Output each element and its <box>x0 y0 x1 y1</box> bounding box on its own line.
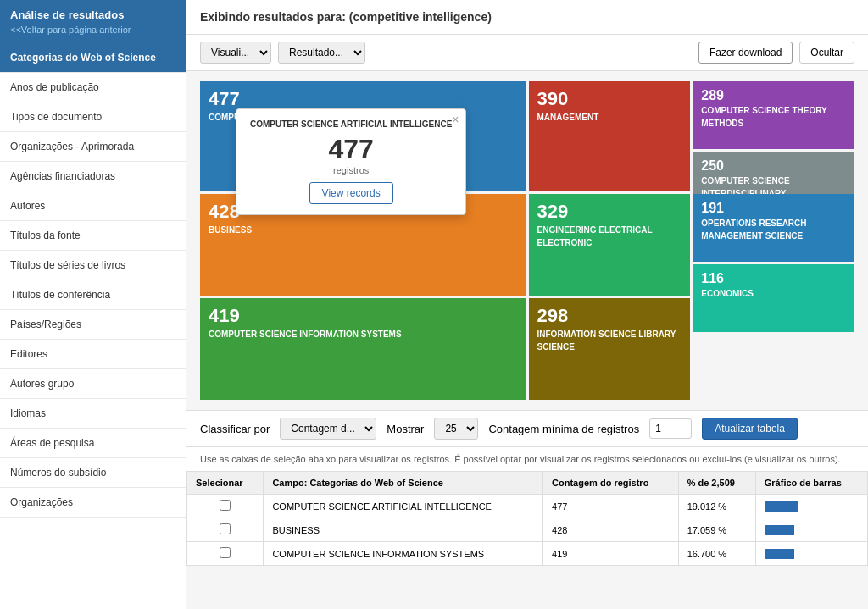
treemap-cell-mgmt[interactable]: 390 MANAGEMENT <box>529 81 691 191</box>
sidebar-title: Análise de resultados <box>10 8 175 21</box>
cs-is-label: COMPUTER SCIENCE INFORMATION SYSTEMS <box>209 329 402 339</box>
row-count: 428 <box>543 518 679 542</box>
update-table-button[interactable]: Atualizar tabela <box>702 418 798 440</box>
col-bar: Gráfico de barras <box>755 472 867 495</box>
eng-ee-label: ENGINEERING ELECTRICAL ELECTRONIC <box>537 225 653 247</box>
sidebar-item-source-titles[interactable]: Títulos da fonte <box>0 221 186 251</box>
sidebar-item-countries-regions[interactable]: Países/Regiões <box>0 310 186 340</box>
eng-ee-count: 329 <box>537 201 682 223</box>
sidebar-item-document-types[interactable]: Tipos de documento <box>0 102 186 132</box>
cs-is-count: 419 <box>209 305 518 327</box>
sidebar-item-group-authors[interactable]: Autores grupo <box>0 369 186 399</box>
econ-count: 116 <box>701 271 846 286</box>
cs-tm-count: 289 <box>701 88 846 103</box>
col-select: Selecionar <box>187 472 264 495</box>
ops-label: OPERATIONS RESEARCH MANAGEMENT SCIENCE <box>701 219 806 241</box>
row-percent: 19.012 % <box>678 495 755 518</box>
mgmt-label: MANAGEMENT <box>537 113 599 122</box>
table-row: COMPUTER SCIENCE ARTIFICIAL INTELLIGENCE… <box>187 495 868 518</box>
treemap: 477 COMPUTER SCIENCE ARTIFICIAL INTELLIG… <box>200 81 854 400</box>
row-bar-cell <box>755 495 867 518</box>
hide-button[interactable]: Ocultar <box>799 42 854 64</box>
treemap-cell-ops[interactable]: 191 OPERATIONS RESEARCH MANAGEMENT SCIEN… <box>693 194 854 262</box>
sidebar-item-web-science-categories[interactable]: Categorias do Web of Science <box>0 43 186 73</box>
row-checkbox[interactable] <box>220 547 231 558</box>
main-title: Exibindo resultados para: (competitive i… <box>186 0 868 35</box>
business-label: BUSINESS <box>209 225 252 235</box>
treemap-cell-business[interactable]: 428 BUSINESS <box>200 194 526 296</box>
info-sci-count: 298 <box>537 305 682 327</box>
sidebar-item-publishers[interactable]: Editores <box>0 340 186 369</box>
row-count: 477 <box>543 495 679 518</box>
bar-chart-cell <box>765 501 859 512</box>
treemap-cell-eng-ee[interactable]: 329 ENGINEERING ELECTRICAL ELECTRONIC <box>529 194 691 296</box>
row-bar-cell <box>755 518 867 542</box>
treemap-cell-group-right1: 289 COMPUTER SCIENCE THEORY METHODS 250 … <box>693 81 854 191</box>
row-label: COMPUTER SCIENCE ARTIFICIAL INTELLIGENCE <box>264 495 543 518</box>
bar-rect <box>765 525 795 535</box>
cs-ai-label: COMPUTER SCIENCE ARTIFICIAL INTELLIGENCE <box>209 113 410 122</box>
col-field: Campo: Categorias do Web of Science <box>264 472 543 495</box>
min-count-label: Contagem mínima de registros <box>488 423 639 435</box>
treemap-container: 477 COMPUTER SCIENCE ARTIFICIAL INTELLIG… <box>186 71 868 410</box>
show-select[interactable]: 25 <box>434 418 478 440</box>
sidebar-item-publication-years[interactable]: Anos de publicação <box>0 73 186 102</box>
data-table: Selecionar Campo: Categorias do Web of S… <box>186 471 868 566</box>
row-percent: 16.700 % <box>678 542 755 566</box>
business-count: 428 <box>209 201 518 223</box>
row-checkbox[interactable] <box>220 500 231 511</box>
min-count-input[interactable] <box>649 418 692 439</box>
sidebar-item-organizations2[interactable]: Organizações <box>0 488 186 518</box>
row-percent: 17.059 % <box>678 518 755 542</box>
main-content: Exibindo resultados para: (competitive i… <box>186 0 868 609</box>
treemap-cell-info-sci[interactable]: 298 INFORMATION SCIENCE LIBRARY SCIENCE <box>529 298 691 400</box>
col-count: Contagem do registro <box>543 472 679 495</box>
bar-chart-cell <box>765 549 859 559</box>
treemap-cell-cs-tm[interactable]: 289 COMPUTER SCIENCE THEORY METHODS <box>693 81 854 149</box>
sort-select[interactable]: Contagem d... <box>280 418 376 440</box>
bar-chart-cell <box>765 525 859 535</box>
row-label: BUSINESS <box>264 518 543 542</box>
row-checkbox-cell[interactable] <box>187 542 264 566</box>
row-bar-cell <box>755 542 867 566</box>
mgmt-count: 390 <box>537 88 682 110</box>
page-title: Exibindo resultados para: (competitive i… <box>200 10 492 24</box>
toolbar-actions: Fazer download Ocultar <box>698 42 854 64</box>
row-label: COMPUTER SCIENCE INFORMATION SYSTEMS <box>264 542 543 566</box>
treemap-cell-cs-ai[interactable]: 477 COMPUTER SCIENCE ARTIFICIAL INTELLIG… <box>200 81 526 191</box>
econ-label: ECONOMICS <box>701 289 754 298</box>
sidebar-item-funding-agencies[interactable]: Agências financiadoras <box>0 162 186 191</box>
sort-label: Classificar por <box>200 423 270 435</box>
cs-tm-label: COMPUTER SCIENCE THEORY METHODS <box>701 106 826 128</box>
sidebar-item-authors[interactable]: Autores <box>0 191 186 221</box>
sidebar-item-book-series[interactable]: Títulos de séries de livros <box>0 251 186 280</box>
sidebar-item-conference-titles[interactable]: Títulos de conferência <box>0 280 186 310</box>
bar-rect <box>765 549 794 559</box>
show-label: Mostrar <box>387 423 424 435</box>
cs-ia-count: 250 <box>701 158 846 174</box>
treemap-cell-cs-is[interactable]: 419 COMPUTER SCIENCE INFORMATION SYSTEMS <box>200 298 526 400</box>
sidebar-item-research-areas[interactable]: Áreas de pesquisa <box>0 429 186 458</box>
visualize-select[interactable]: Visuali... <box>200 42 271 64</box>
download-button[interactable]: Fazer download <box>698 42 793 64</box>
bottom-controls: Classificar por Contagem d... Mostrar 25… <box>186 410 868 447</box>
table-header: Selecionar Campo: Categorias do Web of S… <box>187 472 868 495</box>
cs-ai-count: 477 <box>209 88 518 110</box>
sidebar-item-organizations[interactable]: Organizações - Aprimorada <box>0 132 186 162</box>
toolbar: Visuali... Resultado... Fazer download O… <box>186 35 868 71</box>
ops-count: 191 <box>701 201 846 216</box>
sidebar-item-subsidy-numbers[interactable]: Números do subsídio <box>0 458 186 488</box>
row-checkbox-cell[interactable] <box>187 495 264 518</box>
sidebar: Análise de resultados <<Voltar para pági… <box>0 0 186 609</box>
treemap-cell-econ[interactable]: 116 ECONOMICS <box>693 264 854 332</box>
row-checkbox-cell[interactable] <box>187 518 264 542</box>
sidebar-item-languages[interactable]: Idiomas <box>0 399 186 429</box>
table-body: COMPUTER SCIENCE ARTIFICIAL INTELLIGENCE… <box>187 495 868 566</box>
row-checkbox[interactable] <box>220 523 231 534</box>
info-sci-label: INFORMATION SCIENCE LIBRARY SCIENCE <box>537 329 676 352</box>
table-row: COMPUTER SCIENCE INFORMATION SYSTEMS 419… <box>187 542 868 566</box>
results-select[interactable]: Resultado... <box>278 42 365 64</box>
back-link[interactable]: <<Voltar para página anterior <box>10 25 175 35</box>
col-percent: % de 2,509 <box>678 472 755 495</box>
treemap-cell-group-right2: 191 OPERATIONS RESEARCH MANAGEMENT SCIEN… <box>693 194 854 296</box>
